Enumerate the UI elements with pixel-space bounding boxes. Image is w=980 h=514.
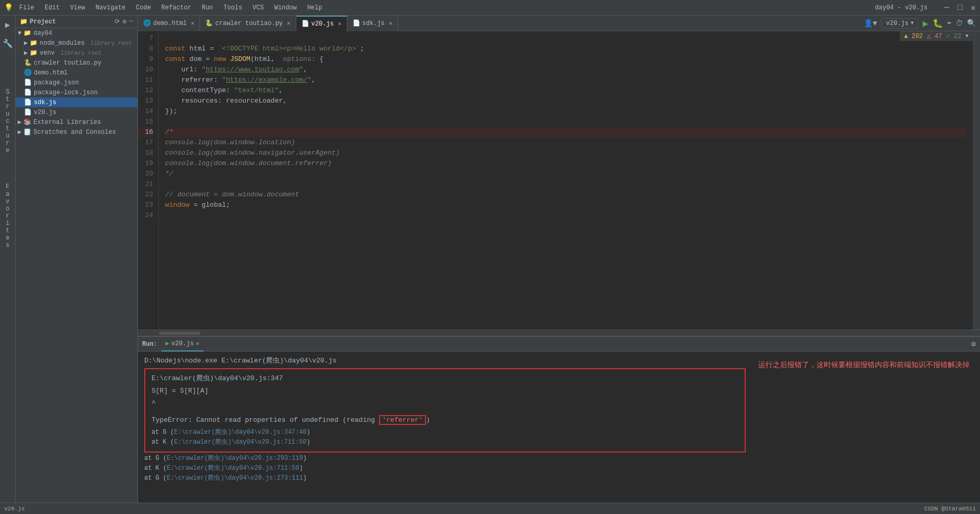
code-line-13: resources: resourceLoader, xyxy=(165,96,966,106)
stack-line-3: at G (E:\crawler(爬虫)\day04\v20.js:293:11… xyxy=(144,453,746,463)
tree-item-scratches[interactable]: ▶ 🗒️ Scratches and Consoles xyxy=(16,127,137,137)
run-config-dropdown-icon: ▼ xyxy=(911,20,914,26)
bottom-tab-bar: Run: ▶ v20.js ✕ ⚙ xyxy=(138,337,980,352)
menu-edit[interactable]: Edit xyxy=(43,3,62,12)
run-command: D:\Nodejs\node.exe E:\crawler(爬虫)\day04\… xyxy=(144,356,746,366)
code-editor[interactable]: ▲ 202 △ 47 ✓ 22 ▼ 7 8 9 10 11 12 13 14 1… xyxy=(138,31,980,330)
menu-tools[interactable]: Tools xyxy=(221,3,244,12)
tab-v20-label: v20.js xyxy=(311,20,334,28)
code-line-17: console.log(dom.window.location) xyxy=(165,137,966,148)
lib-icon: ▶ xyxy=(18,118,21,126)
structure-icon-btn[interactable]: Structure xyxy=(4,86,11,156)
run-tab-icon: ▶ xyxy=(166,340,169,347)
run-config-selector[interactable]: v20.js ▼ xyxy=(881,18,918,29)
code-line-11: referrer: "https://example.com/", xyxy=(165,75,966,85)
run-label: Run: xyxy=(142,341,157,348)
right-scrollbar[interactable] xyxy=(973,31,980,330)
code-content[interactable]: const html = `<!DOCTYPE html><p>Hello wo… xyxy=(159,31,973,330)
js-v20-icon: 📄 xyxy=(24,108,32,116)
status-bar: v20.js CSDN @Stara0511 xyxy=(0,503,980,514)
tree-label-day04: day04 xyxy=(33,30,52,37)
code-line-7 xyxy=(165,33,966,44)
tab-crawler[interactable]: 🐍 crawler toutiao.py ✕ xyxy=(200,16,296,31)
debug-button[interactable]: 🐛 xyxy=(933,18,943,29)
tree-item-node-modules[interactable]: ▶ 📁 node_modules library root xyxy=(16,38,137,48)
bottom-settings-icon[interactable]: ⚙ xyxy=(972,340,976,348)
tab-crawler-close[interactable]: ✕ xyxy=(287,20,291,27)
tab-v20-icon: 📄 xyxy=(301,20,309,28)
project-icon: 📁 xyxy=(20,18,28,26)
stack-line-1: at G (E:\crawler(爬虫)\day04\v20.js:347:40… xyxy=(152,428,738,437)
run-button[interactable]: ▶ xyxy=(923,18,928,29)
menu-view[interactable]: View xyxy=(68,3,87,12)
run-icon-btn[interactable]: ▶ xyxy=(3,18,12,32)
tree-item-demo[interactable]: 🌐 demo.html xyxy=(16,68,137,78)
tree-item-sdk[interactable]: 📄 sdk.js xyxy=(16,97,137,107)
tree-item-external[interactable]: ▶ 📚 External Libraries xyxy=(16,117,137,127)
bottom-tab-v20[interactable]: ▶ v20.js ✕ xyxy=(161,337,204,352)
close-btn[interactable]: ✕ xyxy=(971,3,976,13)
profiler-button[interactable]: ⏱ xyxy=(956,19,963,28)
minimize-btn[interactable]: ─ xyxy=(944,3,949,12)
search-button[interactable]: 🔍 xyxy=(967,19,976,28)
tab-sdk-close[interactable]: ✕ xyxy=(389,20,393,27)
run-path-text: D:\Nodejs\node.exe E:\crawler(爬虫)\day04\… xyxy=(144,357,336,365)
bottom-tab-v20-close[interactable]: ✕ xyxy=(196,340,199,347)
tree-item-day04[interactable]: ▼ 📁 day04 xyxy=(16,28,137,38)
menu-file[interactable]: File xyxy=(17,3,36,12)
folder-venv-folder-icon: 📁 xyxy=(30,49,37,57)
tree-label-package: package.json xyxy=(34,79,79,86)
tree-item-package-lock[interactable]: 📄 package-lock.json xyxy=(16,87,137,97)
tree-label-node-modules: node_modules library root xyxy=(40,40,132,47)
code-line-14: }); xyxy=(165,106,966,117)
coverage-button[interactable]: ☂ xyxy=(947,19,951,28)
sidebar-toolbar: ⟳ ⚙ ─ xyxy=(115,18,133,26)
menu-code[interactable]: Code xyxy=(134,3,153,12)
menu-window[interactable]: Window xyxy=(272,3,299,12)
tree-item-package[interactable]: 📄 package.json xyxy=(16,78,137,87)
menu-refactor[interactable]: Refactor xyxy=(159,3,194,12)
tree-label-crawler: crawler toutiao.py xyxy=(34,59,102,67)
run-comment: 运行之后报错了，这时候要根据报错内容和前端知识不报错解决掉 xyxy=(754,356,974,498)
status-dropdown-icon[interactable]: ▼ xyxy=(965,33,969,39)
tab-demo-close[interactable]: ✕ xyxy=(191,20,195,27)
error-prop-highlight: 'referrer' xyxy=(379,415,426,425)
favorites-icon-btn[interactable]: Favorites xyxy=(4,181,11,251)
tree-item-v20[interactable]: 📄 v20.js xyxy=(16,107,137,117)
code-line-16: /* xyxy=(165,127,966,137)
settings-icon[interactable]: ⚙ xyxy=(123,18,127,26)
menu-navigate[interactable]: Navigate xyxy=(93,3,128,12)
sync-icon[interactable]: ⟳ xyxy=(115,18,120,26)
menu-help[interactable]: Help xyxy=(305,3,324,12)
folder-closed-icon: ▶ xyxy=(24,39,28,47)
error-box: E:\crawler(爬虫)\day04\v20.js:347 S[R] = S… xyxy=(144,368,746,453)
tab-demo[interactable]: 🌐 demo.html ✕ xyxy=(138,16,200,31)
tree-item-venv[interactable]: ▶ 📁 venv library root xyxy=(16,48,137,58)
titlebar: 💡 File Edit View Navigate Code Refactor … xyxy=(0,0,980,16)
lib-folder-icon: 📚 xyxy=(23,118,31,126)
ok-count: ✓ 22 xyxy=(946,32,961,40)
tab-sdk[interactable]: 📄 sdk.js ✕ xyxy=(347,16,398,31)
code-line-19: console.log(dom.window.document.referrer… xyxy=(165,158,966,169)
build-icon-btn[interactable]: 🔧 xyxy=(1,36,15,51)
line-numbers: 7 8 9 10 11 12 13 14 15 16 17 18 19 20 2… xyxy=(138,31,159,330)
code-line-21 xyxy=(165,179,966,190)
error-type-line: TypeError: Cannot read properties of und… xyxy=(152,415,738,425)
code-line-12: contentType: "text/html", xyxy=(165,85,966,96)
tab-v20-close[interactable]: ✕ xyxy=(338,20,342,27)
project-tree: ▼ 📁 day04 ▶ 📁 node_modules library root … xyxy=(16,28,137,137)
profile-icon[interactable]: 👤▼ xyxy=(864,19,877,28)
horizontal-scrollbar[interactable] xyxy=(138,330,980,336)
maximize-btn[interactable]: □ xyxy=(958,3,963,12)
js-sdk-icon: 📄 xyxy=(24,98,32,106)
py-icon: 🐍 xyxy=(24,59,32,67)
hide-icon[interactable]: ─ xyxy=(130,18,133,26)
error-count: △ 47 xyxy=(927,32,942,40)
tab-v20[interactable]: 📄 v20.js ✕ xyxy=(296,16,347,31)
tree-item-crawler[interactable]: 🐍 crawler toutiao.py xyxy=(16,58,137,68)
menu-vcs[interactable]: VCS xyxy=(250,3,266,12)
code-line-8: const html = `<!DOCTYPE html><p>Hello wo… xyxy=(165,44,966,54)
tree-label-v20: v20.js xyxy=(34,109,56,116)
menu-run[interactable]: Run xyxy=(199,3,215,12)
stack-line-5: at G (E:\crawler(爬虫)\day04\v20.js:273:11… xyxy=(144,473,746,483)
